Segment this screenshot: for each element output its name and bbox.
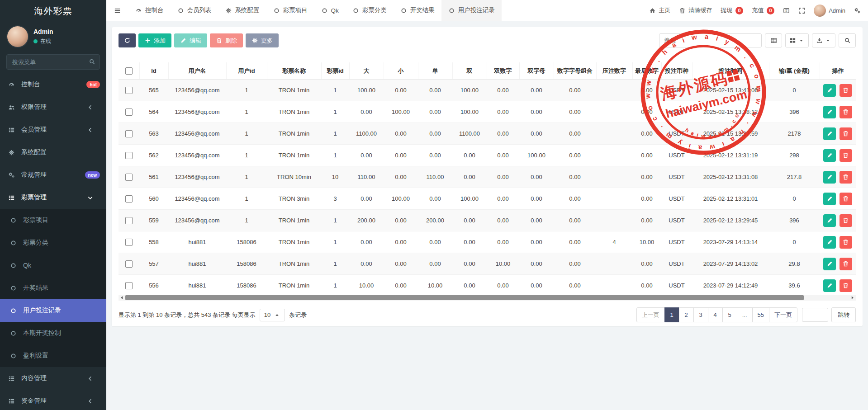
nav-tab-4[interactable]: Qk [314,0,346,21]
nav-tab-1[interactable]: 会员列表 [171,0,218,21]
sidebar-item-7[interactable]: 资金管理 [0,390,106,410]
sidebar-search-input[interactable] [6,54,100,70]
row-edit-button[interactable] [823,106,836,118]
recharge-link[interactable]: 充值 0 [752,6,774,14]
select-all-checkbox[interactable] [125,67,133,75]
column-header[interactable]: 最后数字 [632,62,661,80]
row-edit-button[interactable] [823,171,836,184]
toggle-view-button[interactable] [765,33,782,47]
nav-tab-5[interactable]: 彩票分类 [346,0,394,21]
sidebar-subitem-3[interactable]: 开奖结果 [0,277,106,299]
search-button[interactable] [839,33,856,47]
row-delete-button[interactable] [840,127,852,140]
jump-page-input[interactable] [802,308,828,322]
row-delete-button[interactable] [840,106,852,118]
page-button-1[interactable]: 1 [664,307,679,322]
home-link[interactable]: 主页 [649,6,670,14]
columns-button[interactable] [785,33,809,47]
column-header[interactable]: 用户id [226,62,267,80]
row-delete-button[interactable] [840,193,852,205]
column-header[interactable]: 单 [418,62,452,80]
export-button[interactable] [812,33,835,47]
column-header[interactable]: 双字母 [519,62,554,80]
column-header[interactable]: 彩票id [321,62,349,80]
sidebar-subitem-0[interactable]: 彩票项目 [0,209,106,231]
row-checkbox[interactable] [125,260,133,268]
admin-menu[interactable]: Admin [814,5,845,17]
row-checkbox[interactable] [125,282,133,289]
nav-tab-3[interactable]: 彩票项目 [266,0,314,21]
column-header[interactable]: 投注时间 [692,62,769,80]
fullscreen-icon[interactable] [798,7,805,14]
sidebar-item-1[interactable]: 权限管理 [0,96,106,118]
withdraw-link[interactable]: 提现 0 [721,6,743,14]
row-checkbox[interactable] [125,217,133,224]
scrollbar-thumb[interactable] [125,295,804,300]
column-header[interactable]: 用户名 [168,62,226,80]
column-header[interactable]: 小 [384,62,418,80]
refresh-button[interactable] [119,33,136,47]
page-button-5[interactable]: 5 [722,307,737,322]
sidebar-item-4[interactable]: 常规管理new [0,164,106,186]
page-button-3[interactable]: 3 [693,307,708,322]
column-header[interactable]: 大 [349,62,384,80]
row-checkbox[interactable] [125,174,133,181]
column-header[interactable]: 压注数字 [596,62,632,80]
menu-toggle-icon[interactable] [106,7,128,14]
column-header[interactable]: 数字字母组合 [554,62,596,80]
jump-button[interactable]: 跳转 [831,307,856,322]
scroll-right-icon[interactable] [849,295,856,301]
row-checkbox[interactable] [125,152,133,159]
row-checkbox[interactable] [125,130,133,137]
column-header[interactable]: 双数字 [487,62,519,80]
row-checkbox[interactable] [125,87,133,94]
sidebar-subitem-5[interactable]: 本期开奖控制 [0,322,106,344]
next-page-button[interactable]: 下一页 [769,307,797,322]
row-delete-button[interactable] [840,279,852,292]
row-delete-button[interactable] [840,84,852,97]
row-edit-button[interactable] [823,127,836,140]
row-edit-button[interactable] [823,236,836,249]
row-delete-button[interactable] [840,258,852,270]
column-header[interactable]: 投注币种 [661,62,692,80]
sidebar-item-6[interactable]: 内容管理 [0,367,106,390]
delete-button[interactable]: 删除 [210,33,243,47]
scroll-left-icon[interactable] [119,295,125,301]
clear-cache-link[interactable]: 清除缓存 [679,6,712,14]
prev-page-button[interactable]: 上一页 [636,307,665,322]
row-edit-button[interactable] [823,193,836,205]
sidebar-subitem-4[interactable]: 用户投注记录 [0,299,106,322]
row-edit-button[interactable] [823,84,836,97]
horizontal-scrollbar[interactable] [119,295,856,301]
row-delete-button[interactable] [840,171,852,184]
sidebar-subitem-2[interactable]: Qk [0,254,106,277]
column-header[interactable]: 操作 [820,62,856,80]
page-button-55[interactable]: 55 [752,307,769,322]
add-button[interactable]: 添加 [138,33,171,47]
edit-button[interactable]: 编辑 [174,33,207,47]
table-search-input[interactable] [659,33,762,47]
row-edit-button[interactable] [823,279,836,292]
sidebar-item-5[interactable]: 彩票管理 [0,186,106,209]
page-button-4[interactable]: 4 [708,307,723,322]
row-checkbox[interactable] [125,108,133,116]
column-header[interactable]: Id [139,62,168,80]
sidebar-item-2[interactable]: 会员管理 [0,118,106,141]
more-button[interactable]: 更多 [246,33,279,47]
sidebar-subitem-6[interactable]: 盈利设置 [0,344,106,367]
column-header[interactable]: 彩票名称 [267,62,321,80]
page-button-...[interactable]: ... [737,307,753,322]
nav-tab-0[interactable]: 控制台 [128,0,171,21]
row-edit-button[interactable] [823,149,836,162]
row-checkbox[interactable] [125,195,133,203]
row-edit-button[interactable] [823,214,836,227]
page-size-select[interactable]: 10 [260,309,285,321]
avatar[interactable] [7,26,28,47]
row-delete-button[interactable] [840,214,852,227]
row-checkbox[interactable] [125,239,133,246]
sidebar-item-0[interactable]: 控制台hot [0,73,106,96]
page-button-2[interactable]: 2 [679,307,694,322]
nav-tab-6[interactable]: 开奖结果 [394,0,441,21]
row-delete-button[interactable] [840,149,852,162]
column-header[interactable]: 输/赢 (金额) [769,62,820,80]
